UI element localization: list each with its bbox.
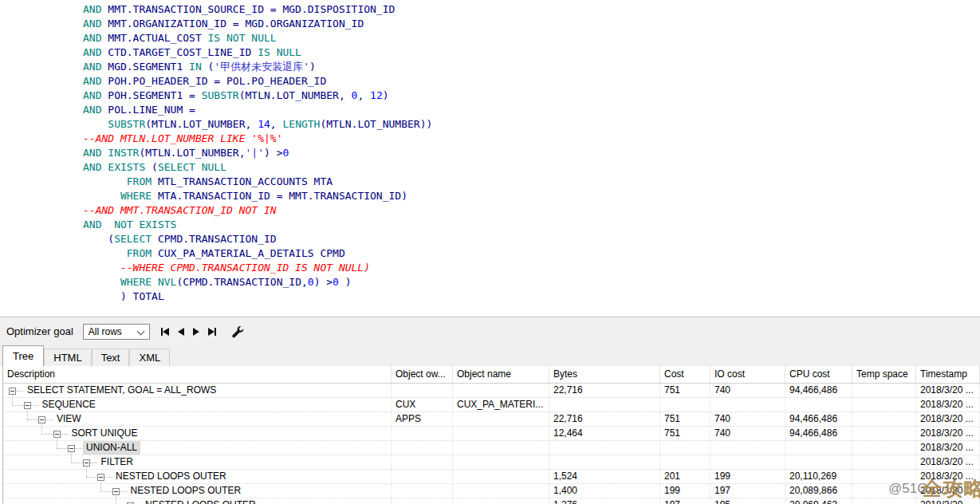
row-description: UNION-ALL — [3, 441, 392, 455]
column-header[interactable]: Timestamp — [916, 366, 980, 384]
cell-io_cost — [710, 398, 785, 412]
optimizer-goal-select[interactable]: All rows — [83, 324, 150, 340]
settings-wrench-button[interactable] — [231, 325, 244, 338]
expand-collapse-icon[interactable] — [83, 459, 90, 467]
sql-code-line: AND POH.PO_HEADER_ID = POL.PO_HEADER_ID — [83, 74, 980, 89]
cell-name — [453, 441, 549, 455]
tab-text[interactable]: Text — [92, 348, 130, 366]
cell-cpu_cost: 20,069,463 — [785, 498, 852, 504]
node-label: NESTED LOOPS OUTER — [142, 498, 259, 504]
plan-tree-row[interactable]: SEQUENCECUXCUX_PA_MATERI...2018/3/20 ... — [3, 398, 980, 412]
cell-bytes — [549, 398, 660, 412]
plan-grid[interactable]: DescriptionObject ow...Object nameBytesC… — [2, 366, 980, 504]
row-description: NESTED LOOPS OUTER — [3, 498, 392, 504]
sql-code-line: AND MGD.SEGMENT1 IN ('甲供材未安装退库') — [83, 60, 980, 74]
cell-bytes: 1,276 — [549, 498, 660, 504]
cell-temp — [852, 498, 916, 504]
cell-name — [453, 384, 549, 398]
expand-collapse-icon[interactable] — [9, 388, 16, 395]
record-navigation — [161, 327, 225, 337]
sql-code-line: FROM MTL_TRANSACTION_ACCOUNTS MTA — [83, 175, 980, 189]
column-header[interactable]: CPU cost — [785, 366, 852, 384]
expand-collapse-icon[interactable] — [68, 445, 75, 452]
sql-code-line: WHERE NVL(CPMD.TRANSACTION_ID,0) >0 ) — [83, 275, 980, 289]
cell-timestamp: 2018/3/20 — [916, 498, 980, 504]
cell-timestamp: 2018/3/20 ... — [916, 470, 980, 484]
cell-cost — [660, 455, 710, 470]
plan-tree-row[interactable]: FILTER2018/3/20 ... — [3, 455, 980, 470]
sql-code-line: AND MMT.TRANSACTION_SOURCE_ID = MGD.DISP… — [83, 2, 980, 17]
cell-timestamp: 2018/3/20 ... — [916, 412, 980, 427]
cell-cost: 199 — [660, 484, 710, 498]
cell-io_cost: 740 — [710, 384, 785, 398]
plan-tree-row[interactable]: SELECT STATEMENT, GOAL = ALL_ROWS22,7167… — [3, 384, 980, 398]
cell-owner — [392, 455, 453, 470]
column-header[interactable]: Object name — [453, 366, 549, 384]
cell-owner: CUX — [392, 398, 453, 412]
prior-record-button[interactable] — [178, 327, 184, 337]
plan-tabs: TreeHTMLTextXML — [0, 345, 980, 366]
row-description: SELECT STATEMENT, GOAL = ALL_ROWS — [3, 384, 392, 398]
sql-code-line: FROM CUX_PA_MATERIAL_A_DETAILS CPMD — [83, 246, 980, 261]
last-record-icon — [208, 328, 214, 336]
plan-tree-row[interactable]: NESTED LOOPS OUTER1,52420119920,110,2692… — [3, 470, 980, 484]
cell-bytes — [549, 441, 660, 455]
node-label: SEQUENCE — [39, 398, 99, 412]
row-description: VIEW — [3, 412, 392, 427]
cell-cpu_cost: 94,466,486 — [785, 427, 852, 441]
cell-owner: APPS — [392, 412, 453, 427]
cell-temp — [852, 398, 916, 412]
cell-cost — [660, 441, 710, 455]
cell-bytes — [549, 455, 660, 470]
plan-tree-row[interactable]: VIEWAPPS22,71675174094,466,4862018/3/20 … — [3, 412, 980, 427]
expand-collapse-icon[interactable] — [38, 416, 45, 423]
sql-code-line: WHERE MTA.TRANSACTION_ID = MMT.TRANSACTI… — [83, 189, 980, 203]
sql-code-line: AND POL.LINE_NUM = — [83, 103, 980, 117]
plan-tree-row[interactable]: SORT UNIQUE12,46475174094,466,4862018/3/… — [3, 427, 980, 441]
plan-tree-row[interactable]: NESTED LOOPS OUTER1,27619719520,069,4632… — [3, 498, 980, 504]
expand-collapse-icon[interactable] — [53, 431, 61, 438]
cell-temp — [852, 470, 916, 484]
sql-code-line: AND EXISTS (SELECT NULL — [83, 160, 980, 175]
cell-bytes: 1,400 — [549, 484, 660, 498]
app-window: AND MMT.TRANSACTION_SOURCE_ID = MGD.DISP… — [0, 0, 980, 504]
column-header[interactable]: IO cost — [710, 366, 785, 384]
first-record-button[interactable] — [161, 327, 169, 337]
column-header[interactable]: Object ow... — [392, 366, 453, 384]
expand-collapse-icon[interactable] — [97, 474, 104, 481]
column-header[interactable]: Temp space — [852, 366, 916, 384]
plan-tree-row[interactable]: UNION-ALL2018/3/20 ... — [3, 441, 980, 455]
expand-collapse-icon[interactable] — [112, 488, 120, 495]
column-header[interactable]: Bytes — [549, 366, 660, 384]
row-description: NESTED LOOPS OUTER — [3, 484, 392, 498]
sql-code-line: AND NOT EXISTS — [83, 218, 980, 232]
cell-io_cost — [710, 455, 785, 470]
tab-xml[interactable]: XML — [129, 348, 170, 366]
plan-tree-row[interactable]: NESTED LOOPS OUTER1,40019919720,089,8662… — [3, 484, 980, 498]
next-record-button[interactable] — [193, 327, 199, 337]
column-header[interactable]: Description — [3, 366, 392, 384]
sql-code-line: AND MMT.ORGANIZATION_ID = MGD.ORGANIZATI… — [83, 17, 980, 31]
cell-temp — [852, 441, 916, 455]
cell-timestamp: 2018/3/20 ... — [916, 398, 980, 412]
cell-cost: 197 — [660, 498, 710, 504]
last-record-button[interactable] — [208, 327, 216, 337]
cell-io_cost: 195 — [710, 498, 785, 504]
cell-io_cost: 740 — [710, 412, 785, 427]
wrench-icon — [231, 325, 244, 338]
column-header[interactable]: Cost — [660, 366, 710, 384]
tab-tree[interactable]: Tree — [2, 345, 44, 366]
prior-record-icon — [178, 328, 184, 336]
cell-owner — [392, 384, 453, 398]
sql-code-line: (SELECT CPMD.TRANSACTION_ID — [83, 232, 980, 246]
node-label: FILTER — [98, 455, 136, 470]
cell-owner — [392, 441, 453, 455]
cell-cost: 751 — [660, 427, 710, 441]
sql-editor[interactable]: AND MMT.TRANSACTION_SOURCE_ID = MGD.DISP… — [0, 0, 980, 317]
cell-name — [453, 484, 549, 498]
cell-name — [453, 412, 549, 427]
cell-owner — [392, 427, 453, 441]
expand-collapse-icon[interactable] — [24, 402, 31, 409]
cell-cost: 751 — [660, 384, 710, 398]
tab-html[interactable]: HTML — [44, 348, 91, 366]
